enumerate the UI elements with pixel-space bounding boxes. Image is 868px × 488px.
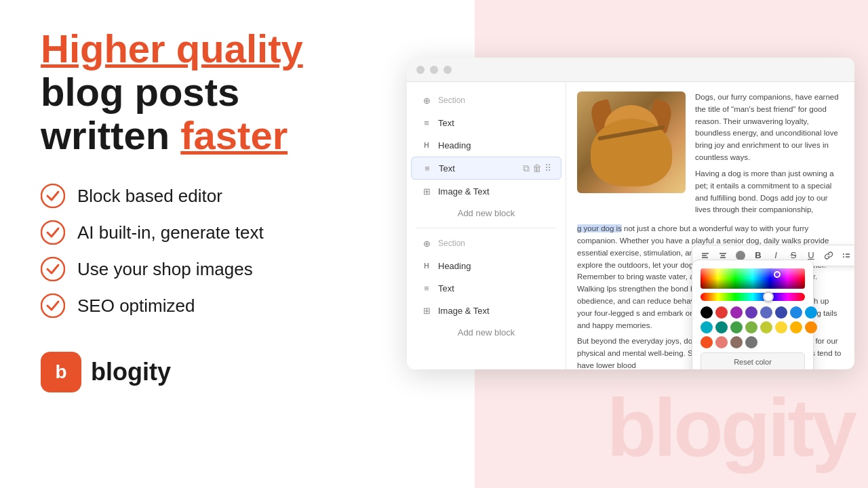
gradient-handle[interactable] bbox=[774, 271, 781, 278]
article-dog-image bbox=[577, 92, 686, 193]
swatch-indigo[interactable] bbox=[760, 306, 772, 319]
section-icon-2: ⊕ bbox=[420, 237, 433, 249]
article-para-1: Dogs, our furry companions, have earned … bbox=[695, 92, 844, 164]
imagetext-label-1: Image & Text bbox=[438, 186, 552, 197]
feature-label-2: AI built-in, generate text bbox=[77, 222, 264, 243]
text-label-1: Text bbox=[438, 118, 552, 128]
check-icon-1 bbox=[41, 184, 65, 208]
swatch-brown[interactable] bbox=[730, 336, 743, 348]
heading-icon-2: H bbox=[420, 260, 433, 272]
swatch-light-green[interactable] bbox=[745, 321, 757, 333]
svg-point-12 bbox=[843, 256, 844, 258]
swatch-teal[interactable] bbox=[715, 321, 728, 333]
article-para-2: Having a dog is more than just owning a … bbox=[695, 168, 844, 216]
background-decorative-text: blogity bbox=[607, 381, 854, 474]
logo-area: b blogity bbox=[41, 352, 373, 392]
swatch-amber[interactable] bbox=[790, 321, 802, 333]
color-picker[interactable]: Reset color bbox=[692, 260, 814, 369]
color-swatches bbox=[701, 306, 805, 348]
logo-letter: b bbox=[55, 361, 66, 383]
text-label-active: Text bbox=[439, 163, 517, 174]
block-editor-panel[interactable]: ⊕ Section ≡ Text H Heading ≡ Text ⧉ 🗑 bbox=[407, 82, 566, 369]
headline-line3-normal: written bbox=[41, 113, 180, 157]
text-icon-active: ≡ bbox=[421, 162, 433, 174]
block-section-2: ⊕ Section H Heading ≡ Text ⊞ Image & Tex… bbox=[407, 232, 566, 343]
browser-content: ⊕ Section ≡ Text H Heading ≡ Text ⧉ 🗑 bbox=[407, 82, 854, 369]
block-item-text-1[interactable]: ≡ Text bbox=[411, 112, 561, 134]
toolbar-list-ul[interactable] bbox=[839, 248, 854, 263]
swatch-pink[interactable] bbox=[715, 336, 728, 348]
svg-point-1 bbox=[41, 221, 64, 244]
swatch-grey[interactable] bbox=[745, 336, 757, 348]
features-list: Block based editor AI built-in, generate… bbox=[41, 184, 373, 318]
text-icon-2: ≡ bbox=[420, 282, 433, 294]
add-block-button-1[interactable]: Add new block bbox=[407, 203, 566, 224]
swatch-purple[interactable] bbox=[730, 306, 743, 319]
toolbar-link[interactable] bbox=[821, 248, 836, 263]
swatch-blue[interactable] bbox=[790, 306, 802, 319]
headline: Higher quality blog posts written faster bbox=[41, 27, 373, 157]
hue-handle[interactable] bbox=[763, 291, 774, 302]
heading-label-1: Heading bbox=[438, 140, 552, 150]
block-item-text-2[interactable]: ≡ Text bbox=[411, 277, 561, 299]
hue-slider[interactable] bbox=[701, 293, 805, 301]
browser-dot-yellow bbox=[430, 66, 438, 74]
block-item-heading-2[interactable]: H Heading bbox=[411, 255, 561, 277]
swatch-blue-dark[interactable] bbox=[775, 306, 787, 319]
feature-item-4: SEO optimized bbox=[41, 293, 373, 318]
swatch-deep-orange[interactable] bbox=[701, 336, 713, 348]
highlighted-text: g your dog is bbox=[577, 224, 622, 232]
color-gradient-area[interactable] bbox=[701, 268, 805, 289]
block-item-text-active[interactable]: ≡ Text ⧉ 🗑 ⠿ bbox=[411, 157, 561, 180]
swatch-orange[interactable] bbox=[805, 321, 817, 333]
heading-label-2: Heading bbox=[438, 261, 552, 271]
block-item-section-1[interactable]: ⊕ Section bbox=[411, 89, 561, 111]
swatch-lime[interactable] bbox=[760, 321, 772, 333]
delete-icon[interactable]: 🗑 bbox=[532, 163, 542, 174]
browser-dot-green bbox=[443, 66, 452, 74]
imagetext-label-2: Image & Text bbox=[438, 306, 552, 316]
block-actions: ⧉ 🗑 ⠿ bbox=[523, 163, 551, 174]
reset-color-button[interactable]: Reset color bbox=[701, 352, 805, 369]
block-section-1: ⊕ Section ≡ Text H Heading ≡ Text ⧉ 🗑 bbox=[407, 89, 566, 228]
text-label-2: Text bbox=[438, 283, 552, 293]
svg-point-0 bbox=[41, 184, 64, 207]
svg-point-10 bbox=[843, 253, 844, 255]
article-panel: Dogs, our furry companions, have earned … bbox=[566, 82, 854, 369]
gradient-overlay bbox=[701, 268, 805, 289]
swatch-yellow[interactable] bbox=[775, 321, 787, 333]
block-item-section-2[interactable]: ⊕ Section bbox=[411, 232, 561, 254]
heading-icon-1: H bbox=[420, 139, 433, 151]
headline-accent-1: Higher quality bbox=[41, 26, 303, 70]
block-item-imagetext-1[interactable]: ⊞ Image & Text bbox=[411, 180, 561, 202]
check-icon-2 bbox=[41, 220, 65, 245]
swatch-cyan[interactable] bbox=[701, 321, 713, 333]
swatch-red[interactable] bbox=[715, 306, 728, 319]
swatch-green[interactable] bbox=[730, 321, 743, 333]
feature-label-1: Block based editor bbox=[77, 186, 222, 207]
divider-1 bbox=[416, 228, 556, 228]
swatch-deep-purple[interactable] bbox=[745, 306, 757, 319]
feature-label-4: SEO optimized bbox=[77, 296, 195, 317]
section-icon-1: ⊕ bbox=[420, 94, 433, 106]
left-panel: Higher quality blog posts written faster… bbox=[41, 27, 373, 392]
text-icon-1: ≡ bbox=[420, 117, 433, 129]
swatch-black[interactable] bbox=[701, 306, 713, 319]
block-item-heading-1[interactable]: H Heading bbox=[411, 134, 561, 156]
imagetext-icon-1: ⊞ bbox=[420, 185, 433, 197]
svg-point-3 bbox=[41, 294, 64, 317]
logo-box: b bbox=[41, 352, 81, 392]
feature-label-3: Use your shop images bbox=[77, 259, 253, 280]
headline-line2: blog posts bbox=[41, 70, 239, 114]
block-item-imagetext-2[interactable]: ⊞ Image & Text bbox=[411, 300, 561, 321]
drag-icon[interactable]: ⠿ bbox=[545, 163, 551, 174]
check-icon-4 bbox=[41, 293, 65, 318]
copy-icon[interactable]: ⧉ bbox=[523, 163, 530, 174]
swatch-light-blue[interactable] bbox=[805, 306, 817, 319]
add-block-button-2[interactable]: Add new block bbox=[407, 322, 566, 343]
browser-dot-red bbox=[416, 66, 425, 74]
article-text: Dogs, our furry companions, have earned … bbox=[695, 92, 844, 220]
check-icon-3 bbox=[41, 257, 65, 281]
imagetext-icon-2: ⊞ bbox=[420, 304, 433, 317]
headline-accent-faster: faster bbox=[180, 113, 288, 157]
